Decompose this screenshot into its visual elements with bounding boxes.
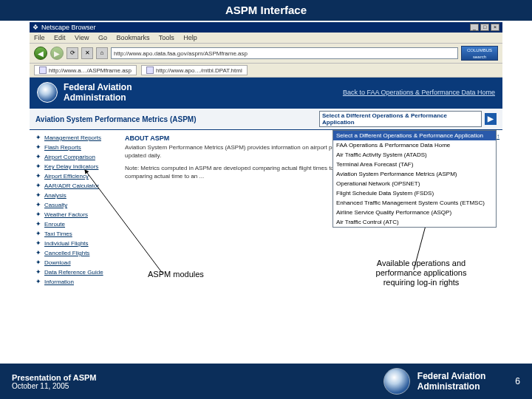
close-button[interactable]: × (491, 24, 499, 31)
bullet-icon: ✦ (35, 201, 41, 209)
minimize-button[interactable]: _ (470, 24, 479, 31)
dropdown-item[interactable]: Airline Service Quality Performance (ASQ… (333, 208, 496, 217)
sidebar-item[interactable]: ✦Enroute (35, 219, 117, 229)
browser-title-bar: ❖ Netscape Browser _ □ × (30, 22, 502, 33)
sidebar-label: Weather Factors (44, 211, 88, 219)
sidebar-item[interactable]: ✦Casualty (35, 200, 117, 210)
faa-header: Federal Aviation Administration Back to … (30, 78, 502, 107)
footer-left: Presentation of ASPM October 11, 2005 (12, 373, 97, 390)
bullet-icon: ✦ (35, 134, 41, 142)
back-to-home-link[interactable]: Back to FAA Operations & Performance Dat… (343, 89, 495, 96)
tab-icon (146, 66, 154, 74)
bullet-icon: ✦ (35, 163, 41, 171)
dropdown-item[interactable]: Enhanced Traffic Management System Count… (333, 198, 496, 208)
tabs-row: http://www.a…/ASPMframe.asp http://www.a… (30, 64, 502, 78)
faa-logo-icon (37, 82, 58, 103)
sidebar-label: Data Reference Guide (44, 268, 103, 276)
menu-bookmarks[interactable]: Bookmarks (116, 34, 149, 41)
browser-window-icon: ❖ (33, 24, 38, 31)
presentation-date: October 11, 2005 (12, 382, 97, 390)
sidebar-item[interactable]: ✦Flash Reports (35, 143, 117, 152)
browser-screenshot: ❖ Netscape Browser _ □ × File Edit View … (30, 22, 502, 292)
footer-org-line1: Federal Aviation (417, 371, 485, 381)
columbus-search[interactable]: COLUMBUS search (461, 46, 498, 61)
sidebar-item[interactable]: ✦Cancelled Flights (35, 248, 117, 258)
scroll-top-link[interactable]: ↑ (497, 133, 499, 140)
dropdown-item[interactable]: Flight Schedule Data System (FSDS) (333, 188, 496, 198)
slide-title: ASPM Interface (225, 4, 307, 16)
forward-button[interactable]: ▶ (50, 47, 64, 60)
bullet-icon: ✦ (35, 182, 41, 190)
sidebar-item[interactable]: ✦Download (35, 258, 117, 267)
application-dropdown[interactable]: Select a Different Operations & Performa… (332, 130, 497, 228)
bullet-icon: ✦ (35, 278, 41, 286)
bullet-icon: ✦ (35, 143, 41, 151)
sidebar-item[interactable]: ✦Airport Comparison (35, 152, 117, 162)
maximize-button[interactable]: □ (480, 24, 489, 31)
sidebar-label: Flash Reports (44, 143, 81, 151)
menu-view[interactable]: View (75, 34, 89, 41)
menu-file[interactable]: File (34, 34, 45, 41)
annotation-left: ASPM modules (148, 270, 204, 279)
back-button[interactable]: ◀ (34, 47, 47, 60)
sidebar-item[interactable]: ✦Airport Efficiency (35, 171, 117, 181)
sidebar-item[interactable]: ✦Key Delay Indicators (35, 162, 117, 171)
sidebar-label: Key Delay Indicators (44, 163, 98, 171)
menu-tools[interactable]: Tools (159, 34, 174, 41)
sidebar-item[interactable]: ✦AAR/ADR Calculator (35, 181, 117, 191)
menu-go[interactable]: Go (98, 34, 107, 41)
sidebar-label: Airport Efficiency (44, 172, 89, 180)
go-button[interactable]: ▶ (485, 113, 497, 125)
sidebar-item[interactable]: ✦Weather Factors (35, 210, 117, 219)
aspm-bar-label: Aviation System Performance Metrics (ASP… (35, 115, 196, 123)
sidebar-label: Download (44, 259, 71, 267)
presentation-title: Presentation of ASPM (12, 373, 97, 382)
tab-icon (39, 66, 47, 74)
dropdown-item[interactable]: Air Traffic Activity System (ATADS) (333, 150, 496, 160)
sidebar-label: Management Reports (44, 134, 101, 142)
slide-title-bar: ASPM Interface (0, 0, 532, 21)
sidebar-label: Enroute (44, 220, 65, 228)
application-select[interactable]: Select a Different Operations & Performa… (319, 111, 482, 127)
bullet-icon: ✦ (35, 211, 41, 219)
sidebar-label: Cancelled Flights (44, 249, 89, 257)
tab-2[interactable]: http://www.apo…/mtbl.DPAT.html (141, 65, 248, 75)
dropdown-item[interactable]: Select a Different Operations & Performa… (333, 131, 496, 140)
tab-label: http://www.apo…/mtbl.DPAT.html (156, 67, 242, 74)
dropdown-item[interactable]: Terminal Area Forecast (TAF) (333, 160, 496, 169)
reload-icon[interactable]: ⟳ (66, 47, 78, 59)
sidebar-item[interactable]: ✦Management Reports (35, 133, 117, 143)
dropdown-item[interactable]: Air Traffic Control (ATC) (333, 217, 496, 227)
sidebar-label: AAR/ADR Calculator (44, 182, 99, 190)
home-icon[interactable]: ⌂ (96, 47, 108, 59)
dropdown-item[interactable]: Aviation System Performance Metrics (ASP… (333, 169, 496, 179)
stop-icon[interactable]: ✕ (81, 47, 93, 59)
sidebar-item[interactable]: ✦Information (35, 277, 117, 287)
sidebar-label: Airport Comparison (44, 153, 95, 161)
forward-icon: ▶ (54, 50, 60, 58)
annotation-right: Available operations and performance app… (366, 259, 477, 287)
sidebar-label: Casualty (44, 201, 67, 209)
dropdown-item[interactable]: Operational Network (OPSNET) (333, 179, 496, 188)
address-bar[interactable] (111, 47, 458, 59)
back-icon: ◀ (38, 50, 44, 58)
sidebar-item[interactable]: ✦Analysis (35, 191, 117, 200)
footer-org: Federal Aviation Administration (417, 371, 485, 392)
bullet-icon: ✦ (35, 220, 41, 228)
bullet-icon: ✦ (35, 153, 41, 161)
slide-footer: Presentation of ASPM October 11, 2005 Fe… (0, 364, 532, 399)
tab-label: http://www.a…/ASPMframe.asp (49, 67, 132, 74)
sidebar-item[interactable]: ✦Data Reference Guide (35, 267, 117, 277)
sidebar-item[interactable]: ✦Taxi Times (35, 229, 117, 239)
menu-help[interactable]: Help (183, 34, 197, 41)
menu-edit[interactable]: Edit (54, 34, 66, 41)
footer-org-line2: Administration (417, 381, 485, 392)
bullet-icon: ✦ (35, 230, 41, 238)
bullet-icon: ✦ (35, 268, 41, 276)
aspm-sidebar: ✦Management Reports ✦Flash Reports ✦Airp… (30, 130, 122, 290)
dropdown-item[interactable]: FAA Operations & Performance Data Home (333, 140, 496, 150)
faa-line1: Federal Aviation (64, 82, 132, 92)
sidebar-item[interactable]: ✦Individual Flights (35, 239, 117, 248)
tab-1[interactable]: http://www.a…/ASPMframe.asp (34, 65, 137, 75)
sidebar-label: Information (44, 278, 74, 286)
